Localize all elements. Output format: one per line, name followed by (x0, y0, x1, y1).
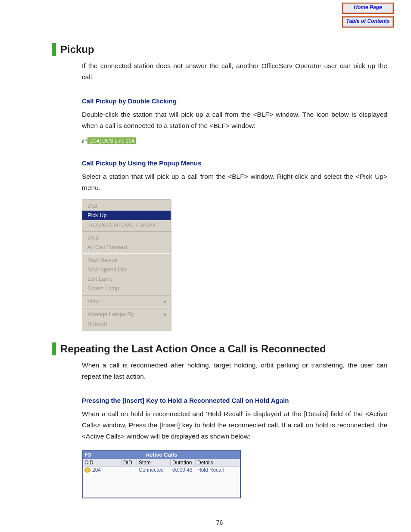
menu-item-dnd[interactable]: DND (82, 233, 171, 243)
phone-icon (84, 467, 90, 473)
table-row[interactable]: 204 Connected 00:00:48 Hold Recall (83, 467, 240, 474)
shortcut-label: F3 (84, 451, 91, 458)
menu-item-new-speed-dial[interactable]: New Speed Dial (82, 265, 171, 274)
menu-item-new-device[interactable]: New Device (82, 255, 171, 265)
cell-cid-value: 204 (92, 467, 101, 473)
column-header-state[interactable]: State (137, 459, 171, 467)
column-header-did[interactable]: DID (121, 459, 137, 467)
section-marker-icon (52, 342, 56, 355)
window-title: Active Calls (146, 451, 177, 458)
active-calls-window: F3 Active Calls CID DID State Duration D… (82, 450, 241, 498)
context-menu: Dial Pick Up Transfer/Complete Transfer … (82, 199, 171, 330)
chevron-right-icon: ▸ (164, 311, 166, 318)
handset-icon: (⇄ (82, 138, 87, 144)
menu-item-transfer[interactable]: Transfer/Complete Transfer (82, 220, 171, 230)
subheading-text: Double-click the station that will pick … (82, 109, 387, 131)
cell-did (121, 467, 137, 474)
cell-details: Hold Recall (196, 467, 240, 474)
subheading-insert-key: Pressing the [Insert] Key to Hold a Reco… (82, 397, 387, 404)
menu-item-refresh[interactable]: Refresh (82, 319, 171, 329)
subheading-text: Select a station that will pick up a cal… (82, 171, 387, 193)
menu-item-all-call-forward[interactable]: All Call Forward (82, 243, 171, 252)
section-marker-icon (52, 43, 56, 56)
home-page-button[interactable]: Home Page (342, 3, 394, 14)
subheading-popup-menus: Call Pickup by Using the Popup Menus (82, 159, 387, 167)
cell-state: Connected (137, 467, 171, 474)
blf-station-label: [204] DCS Line 204 (87, 137, 136, 144)
menu-item-edit-lamp[interactable]: Edit Lamp (82, 274, 171, 284)
table-header: CID DID State Duration Details (83, 459, 240, 467)
menu-item-pick-up[interactable]: Pick Up (82, 211, 171, 220)
menu-item-view[interactable]: View▸ (82, 297, 171, 306)
section-intro: When a call is reconnected after holding… (82, 360, 387, 382)
section-title: Pickup (60, 44, 94, 56)
section-heading-pickup: Pickup (52, 43, 387, 56)
column-header-duration[interactable]: Duration (171, 459, 196, 467)
menu-item-arrange-lamps-by[interactable]: Arrange Lamps By▸ (82, 310, 171, 319)
section-heading-repeating: Repeating the Last Action Once a Call is… (52, 342, 387, 355)
column-header-cid[interactable]: CID (83, 459, 121, 467)
blf-station-chip: (⇄ [204] DCS Line 204 (82, 137, 136, 144)
menu-item-delete-lamp[interactable]: Delete Lamp (82, 284, 171, 293)
section-intro: If the connected station does not answer… (82, 60, 387, 83)
subheading-text: When a call on hold is reconnected and '… (82, 408, 387, 442)
menu-item-dial[interactable]: Dial (82, 201, 171, 211)
column-header-details[interactable]: Details (196, 459, 240, 467)
chevron-right-icon: ▸ (164, 298, 166, 305)
active-calls-titlebar: F3 Active Calls (83, 451, 240, 459)
subheading-double-clicking: Call Pickup by Double Clicking (82, 97, 387, 105)
table-of-contents-button[interactable]: Table of Contents (342, 16, 394, 28)
cell-duration: 00:00:48 (171, 467, 196, 474)
cell-cid: 204 (83, 467, 121, 474)
page-number: 76 (52, 519, 387, 526)
section-title: Repeating the Last Action Once a Call is… (60, 343, 326, 355)
